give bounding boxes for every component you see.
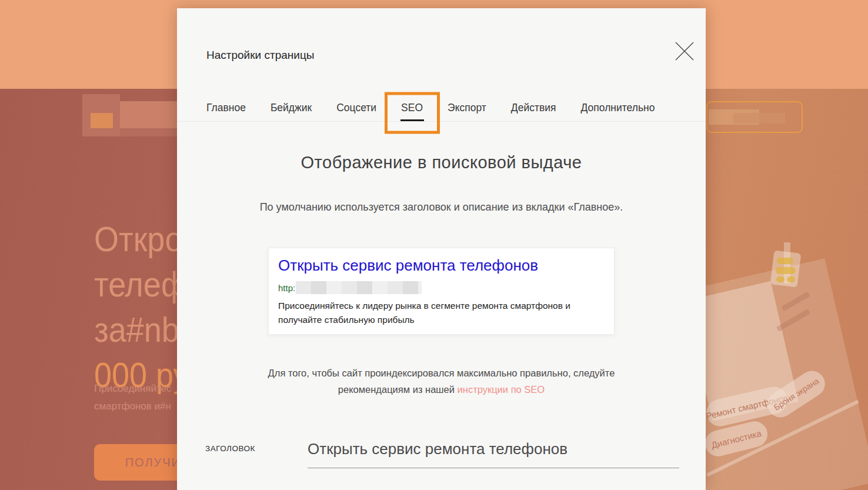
tab-export[interactable]: Экспорт [448,102,486,114]
tab-social[interactable]: Соцсети [336,102,376,114]
seo-note: Для того, чтобы сайт проиндексировался м… [177,365,706,398]
site-logo-blurred [82,94,181,136]
header-phone-button-outline [706,101,803,133]
sign-chip [776,267,796,274]
logo-blur-block [120,101,181,128]
search-preview-description: Присоединяйтесь к лидеру рынка в сегмент… [278,299,596,327]
active-tab-underline [400,119,424,121]
kiosk-badge-label: Диагностика [710,428,762,450]
modal-title: Настройки страницы [206,49,314,62]
hero-subtext-line: Присоединяйтес [94,380,171,398]
phone-blur-block [733,113,785,124]
sign-chip [777,258,793,264]
section-heading: Отображение в поисковой выдаче [177,153,706,172]
tab-main[interactable]: Главное [206,102,246,114]
logo-blur-block [91,113,113,128]
close-icon [675,41,695,61]
hero-subtext: Присоединяйтес смартфонов и#н [94,380,171,415]
search-preview-url: http: [278,281,422,294]
hero-subtext-line: смартфонов и#н [94,398,171,415]
seo-note-line2: рекомендациям из нашей [338,384,458,395]
page-settings-modal: Настройки страницы Главное Бейджик Соцсе… [177,8,706,490]
title-field-label: ЗАГОЛОВОК [205,444,255,453]
search-preview-title-link: Открыть сервис ремонта телефонов [278,256,538,275]
seo-title-input[interactable]: Открыть сервис ремонта телефонов [308,440,567,458]
tab-advanced[interactable]: Дополнительно [581,102,655,114]
title-input-underline [308,468,679,468]
sign-chip [787,276,795,282]
seo-note-line1: Для того, чтобы сайт проиндексировался м… [268,368,615,378]
screenshot-root: Открой телефо за#nbs 000 ру Присоединяйт… [0,0,868,490]
section-subheading: По умолчанию используется заголовок и оп… [177,201,706,214]
logo-blur-block [120,128,181,136]
tab-seo[interactable]: SEO [401,102,423,114]
sign-chip [776,276,784,282]
seo-guide-link[interactable]: инструкции по SEO [458,384,545,395]
tab-badge[interactable]: Бейджик [271,102,312,114]
tab-actions[interactable]: Действия [511,102,556,114]
tab-seo-label: SEO [401,102,423,114]
close-button[interactable] [666,33,703,69]
search-preview-card: Открыть сервис ремонта телефонов http: П… [268,248,615,335]
url-prefix: http: [278,283,295,293]
url-blurred-block [296,281,422,294]
tabs-bar: Главное Бейджик Соцсети SEO Экспорт Дейс… [177,94,706,122]
